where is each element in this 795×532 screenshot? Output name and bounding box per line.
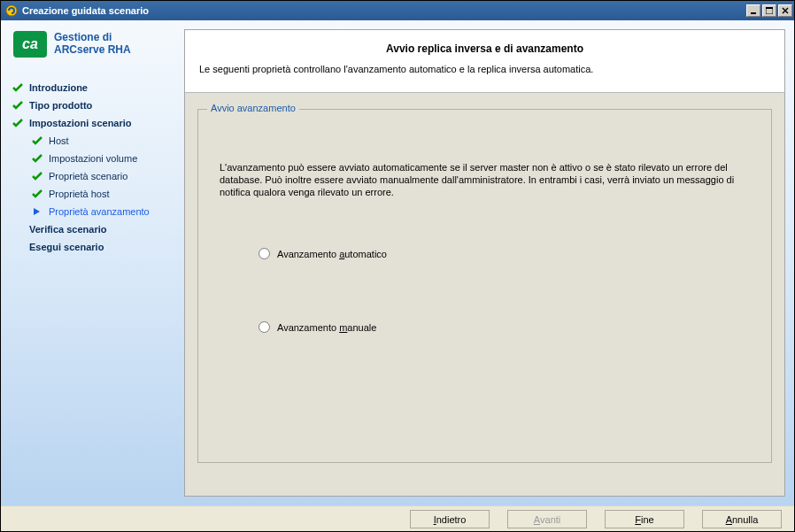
nav-label: Host (49, 135, 69, 146)
check-icon (31, 170, 43, 182)
check-icon (31, 152, 43, 165)
logo-line2: ARCserve RHA (54, 43, 131, 56)
nav-label: Proprietà avanzamento (49, 206, 150, 217)
radio-manuale-label: Avanzamento manuale (277, 322, 376, 333)
nav-label: Verifica scenario (29, 224, 106, 235)
nav-host[interactable]: Host (12, 132, 175, 150)
nav-label: Proprietà scenario (49, 171, 127, 181)
page-title: Avvio replica inversa e di avanzamento (199, 42, 770, 55)
maximize-button[interactable] (762, 4, 776, 17)
logo-line1: Gestione di (54, 31, 131, 43)
cancel-button[interactable]: Annulla (702, 510, 782, 528)
nav-tipo-prodotto[interactable]: Tipo prodotto (12, 96, 175, 114)
avvio-avanzamento-group: Avvio avanzamento L'avanzamento può esse… (197, 109, 772, 463)
minimize-button[interactable] (746, 4, 760, 17)
nav-proprieta-scenario[interactable]: Proprietà scenario (12, 167, 175, 185)
nav-introduzione[interactable]: Introduzione (12, 79, 175, 96)
blank-icon (12, 241, 24, 253)
nav-esegui-scenario[interactable]: Esegui scenario (12, 238, 175, 256)
window-controls (745, 4, 792, 17)
check-icon (31, 188, 43, 200)
check-icon (12, 117, 24, 129)
radio-automatico[interactable] (259, 248, 270, 259)
back-button[interactable]: Indietro (410, 510, 490, 528)
nav-proprieta-avanzamento[interactable]: Proprietà avanzamento (12, 203, 175, 220)
app-icon (4, 4, 19, 18)
nav-impostazioni-volume[interactable]: Impostazioni volume (12, 150, 175, 167)
page-subtitle: Le seguenti proprietà controllano l'avan… (199, 64, 770, 74)
nav-label: Proprietà host (49, 189, 109, 199)
group-legend: Avvio avanzamento (207, 103, 299, 113)
group-description: L'avanzamento può essere avviato automat… (220, 161, 750, 198)
content-panel: Avvio replica inversa e di avanzamento L… (184, 29, 785, 497)
nav: Introduzione Tipo prodotto Impostazioni … (12, 79, 175, 256)
svg-rect-3 (766, 7, 773, 9)
ca-logo-icon: ca (13, 31, 47, 58)
svg-point-0 (6, 5, 17, 16)
blank-icon (12, 223, 24, 235)
sidebar: ca Gestione di ARCserve RHA Introduzione… (1, 20, 182, 505)
nav-label: Tipo prodotto (29, 100, 92, 111)
nav-label: Introduzione (29, 82, 88, 93)
titlebar: Creazione guidata scenario (1, 1, 794, 20)
logo: ca Gestione di ARCserve RHA (13, 31, 175, 58)
radio-manuale[interactable] (259, 321, 270, 333)
nav-label: Impostazioni scenario (29, 118, 132, 128)
next-button[interactable]: Avanti (507, 510, 587, 528)
content: Avvio replica inversa e di avanzamento L… (182, 20, 794, 505)
finish-button[interactable]: Fine (605, 510, 684, 528)
nav-verifica-scenario[interactable]: Verifica scenario (12, 220, 175, 238)
page-header: Avvio replica inversa e di avanzamento L… (185, 30, 784, 93)
button-bar: Indietro Avanti Fine Annulla (1, 505, 794, 531)
logo-text: Gestione di ARCserve RHA (54, 31, 131, 56)
nav-label: Impostazioni volume (49, 153, 137, 164)
radio-manuale-row[interactable]: Avanzamento manuale (259, 321, 750, 333)
svg-rect-1 (751, 12, 756, 14)
check-icon (12, 81, 24, 94)
close-button[interactable] (778, 4, 792, 17)
check-icon (31, 135, 43, 147)
check-icon (12, 99, 24, 112)
nav-label: Esegui scenario (29, 242, 104, 252)
arrow-right-icon (31, 205, 43, 218)
radio-automatico-label: Avanzamento automatico (277, 249, 387, 259)
nav-impostazioni-scenario[interactable]: Impostazioni scenario (12, 114, 175, 132)
nav-proprieta-host[interactable]: Proprietà host (12, 185, 175, 203)
window-title: Creazione guidata scenario (22, 5, 149, 16)
radio-automatico-row[interactable]: Avanzamento automatico (259, 248, 750, 259)
main-area: ca Gestione di ARCserve RHA Introduzione… (1, 20, 794, 505)
